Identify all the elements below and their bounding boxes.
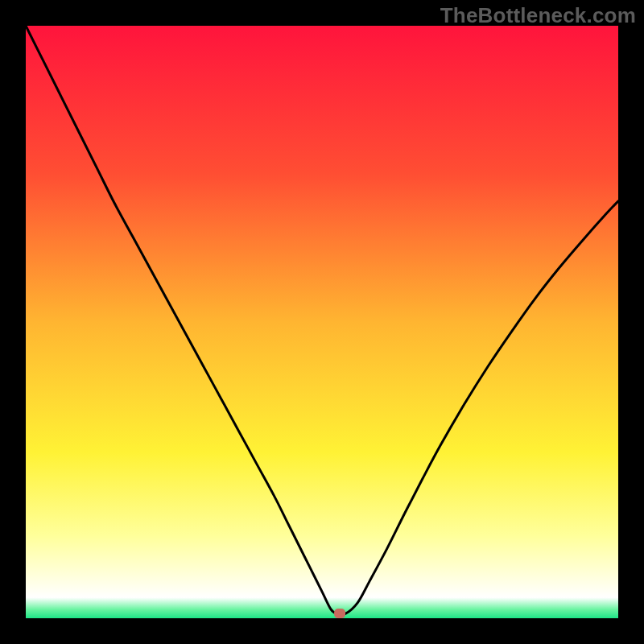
chart-background	[26, 26, 618, 618]
chart-frame: { "watermark": "TheBottleneck.com", "cha…	[0, 0, 644, 644]
minimum-marker	[334, 609, 345, 618]
bottleneck-chart	[0, 0, 644, 644]
